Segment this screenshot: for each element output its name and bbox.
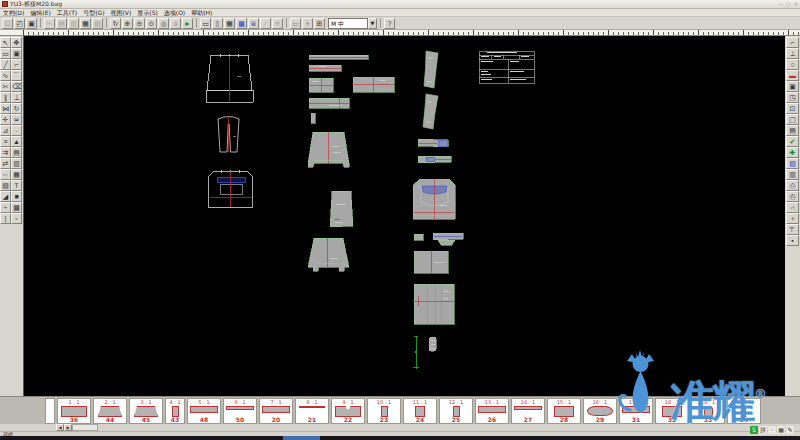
piece-cell-partial[interactable] xyxy=(45,398,55,424)
pocket-tool-icon[interactable]: ▣ xyxy=(786,81,799,92)
show-cross-icon[interactable]: ＋ xyxy=(302,18,313,29)
print-tool-icon[interactable]: ⎙ xyxy=(786,191,799,202)
piece-cell-14[interactable]: 14 : 127 xyxy=(511,398,545,424)
chevron-down-icon[interactable]: ▼ xyxy=(368,18,377,29)
text-tool-icon[interactable]: Ｔ xyxy=(11,180,22,191)
piece-cell-16[interactable]: 16 : 129 xyxy=(583,398,617,424)
piece-cell-15[interactable]: 15 : 128 xyxy=(547,398,581,424)
piece-cell-6[interactable]: 6 : 150 xyxy=(223,398,257,424)
table-tool-icon[interactable]: ▥ xyxy=(786,169,799,180)
eraser-tool-icon[interactable]: ⌫ xyxy=(11,81,22,92)
rotate-tool-icon[interactable]: ↻ xyxy=(11,103,22,114)
zoom-window-icon[interactable]: ⊙ xyxy=(146,18,157,29)
piece-facing-strip[interactable] xyxy=(309,98,349,108)
piece-side-panel[interactable] xyxy=(330,191,353,227)
piece-fold-rect[interactable] xyxy=(414,251,448,273)
reshape-tool-icon[interactable]: ✥ xyxy=(11,37,22,48)
perpendicular-tool-icon[interactable]: ⊥ xyxy=(11,92,22,103)
compare-tool-icon[interactable]: ⇔ xyxy=(0,169,11,180)
piece-cell-9[interactable]: 9 : 122 xyxy=(331,398,365,424)
minimize-icon[interactable]: ─ xyxy=(780,0,783,8)
piece-zipper-pull[interactable] xyxy=(429,337,436,351)
ime-punct-icon[interactable]: · xyxy=(768,426,776,434)
mirror-tool-icon[interactable]: ⋈ xyxy=(0,103,11,114)
piece-cell-12[interactable]: 12 : 125 xyxy=(439,398,473,424)
menu-item-4[interactable]: 视图(V) xyxy=(111,9,132,17)
size-selector[interactable]: M 中 ▼ xyxy=(328,18,377,29)
piece-waistband-strip[interactable] xyxy=(309,55,368,59)
close-icon[interactable]: ✕ xyxy=(794,0,798,8)
scissors-tool-icon[interactable]: ✂ xyxy=(0,81,11,92)
grade-tool-icon[interactable]: ▦ xyxy=(11,169,22,180)
piece-cell-11[interactable]: 11 : 124 xyxy=(403,398,437,424)
swatch-tool-icon[interactable]: ▧ xyxy=(786,158,799,169)
window-tool-icon[interactable]: ▢ xyxy=(786,114,799,125)
piece-cell-13[interactable]: 13 : 126 xyxy=(475,398,509,424)
divide-tool-icon[interactable]: ÷ xyxy=(0,202,11,213)
menu-item-1[interactable]: 编辑(E) xyxy=(30,9,50,17)
pin-tool-icon[interactable]: ∣ xyxy=(0,213,11,224)
link-icon[interactable]: ∕ xyxy=(260,18,271,29)
piece-zipper-line[interactable] xyxy=(413,336,419,369)
notch-tool-icon[interactable]: ⊿ xyxy=(0,125,11,136)
dart-tool-icon[interactable]: ▲ xyxy=(11,136,22,147)
piece-cell-7[interactable]: 7 : 120 xyxy=(259,398,293,424)
show-grid-icon[interactable]: ▦ xyxy=(224,18,235,29)
zoom-out-icon[interactable]: ⊖ xyxy=(134,18,145,29)
piece-cell-1[interactable]: 1 : 136 xyxy=(57,398,91,424)
piece-front-panel[interactable] xyxy=(308,132,349,167)
print-icon[interactable]: ▦ xyxy=(80,18,91,29)
save-icon[interactable]: ▣ xyxy=(26,18,37,29)
piece-side-curved-2[interactable] xyxy=(423,94,438,129)
menu-item-3[interactable]: 号型(G) xyxy=(83,9,104,17)
piece-small-strip[interactable] xyxy=(309,65,341,71)
plus-tool-icon[interactable]: ＋ xyxy=(786,213,799,224)
frame-tool-icon[interactable]: ◳ xyxy=(786,92,799,103)
menu-item-0[interactable]: 文档(D) xyxy=(3,9,24,17)
parallel-tool-icon[interactable]: ∥ xyxy=(0,92,11,103)
pan-icon[interactable]: ► xyxy=(182,18,193,29)
point-tool-icon[interactable]: ▭ xyxy=(0,48,11,59)
piece-cell-3[interactable]: 3 : 145 xyxy=(129,398,163,424)
maximize-icon[interactable]: ▢ xyxy=(786,0,791,8)
zoom-all-icon[interactable]: ◎ xyxy=(158,18,169,29)
add-piece-tool-icon[interactable]: ✚ xyxy=(786,147,799,158)
ime-mode-icon[interactable]: 拼 xyxy=(759,426,767,434)
swap-tool-icon[interactable]: ▥ xyxy=(11,158,22,169)
curve-tool-icon[interactable]: ∿ xyxy=(0,70,11,81)
piece-cell-19[interactable]: 19 : 133 xyxy=(691,398,725,424)
refresh-icon[interactable]: ↻ xyxy=(110,18,121,29)
align-tool-icon[interactable]: ⊥ xyxy=(786,48,799,59)
menu-item-5[interactable]: 显示(S) xyxy=(137,9,158,17)
print-dark-tool-icon[interactable]: ⎙ xyxy=(786,180,799,191)
copy-icon[interactable]: ▤ xyxy=(56,18,67,29)
dot-tool-2-icon[interactable]: ▪ xyxy=(786,235,799,246)
piece-back-panel-low[interactable] xyxy=(308,238,349,271)
piece-cell-10[interactable]: 10 : 123 xyxy=(367,398,401,424)
menu-item-6[interactable]: 选项(O) xyxy=(164,9,185,17)
polyline-tool-icon[interactable]: ⌐ xyxy=(11,59,22,70)
mark-tool-icon[interactable]: ▧ xyxy=(0,180,11,191)
window-cascade-icon[interactable]: ▭ xyxy=(200,18,211,29)
pleat-tool-icon[interactable]: ⇉ xyxy=(0,147,11,158)
context-help-button[interactable]: ? xyxy=(384,18,395,29)
dot-tool-icon[interactable]: ▫ xyxy=(11,213,22,224)
paste-icon[interactable]: ▥ xyxy=(68,18,79,29)
piece-small-parts[interactable] xyxy=(414,233,463,245)
piece-cell-5[interactable]: 5 : 148 xyxy=(187,398,221,424)
menu-item-7[interactable]: 帮助(H) xyxy=(191,9,212,17)
check-tool-icon[interactable]: ✔ xyxy=(786,136,799,147)
pattern-canvas[interactable] xyxy=(23,36,785,396)
zoom-previous-icon[interactable]: ○ xyxy=(170,18,181,29)
piece-skirt-front-outline[interactable] xyxy=(206,54,253,102)
measure-tool-icon[interactable]: ≍ xyxy=(11,114,22,125)
print-preview-icon[interactable]: ▧ xyxy=(92,18,103,29)
piece-loop[interactable] xyxy=(311,113,315,123)
number-tool-icon[interactable]: ⑁ xyxy=(786,202,799,213)
piece-cell-2[interactable]: 2 : 144 xyxy=(93,398,127,424)
walk-tool-icon[interactable]: ⇄ xyxy=(0,158,11,169)
piece-welt-strip-1[interactable] xyxy=(418,139,448,147)
taskbar-active-item[interactable] xyxy=(283,436,320,440)
ime-sogou-icon[interactable]: S xyxy=(750,426,758,434)
grain-tool-icon[interactable]: ▬ xyxy=(786,70,799,81)
